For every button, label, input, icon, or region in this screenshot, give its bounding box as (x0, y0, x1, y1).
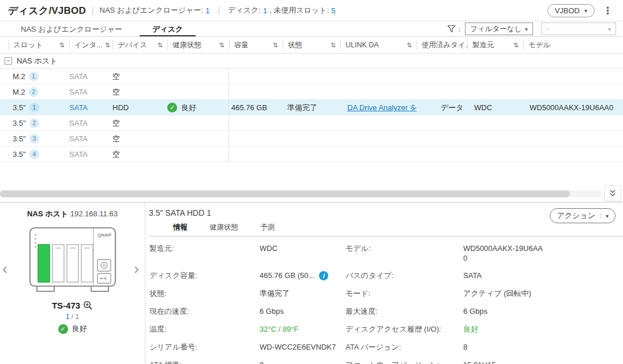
bottom-detail-panel: NAS ホスト 192.168.11.63 ‹ › (0, 202, 623, 364)
column-header-status[interactable]: 状態 ⇅ (283, 40, 340, 50)
tab-nas-and-enclosure[interactable]: NAS およびエンクロージャー (8, 21, 135, 36)
health-cell (167, 131, 229, 147)
unused-slots-count: 5 (331, 6, 335, 15)
health-check-icon: ✓ (167, 103, 177, 112)
capacity-cell (229, 84, 283, 100)
capacity-cell (229, 69, 283, 84)
group-row-nas-host[interactable]: − NAS ホスト (0, 54, 623, 69)
column-header-model[interactable]: モデル (523, 40, 623, 50)
column-label: インタ... (74, 40, 103, 50)
used-type-cell: データ (416, 100, 467, 115)
field-label-bus-type: バスのタイプ: (345, 271, 463, 281)
field-label-ata-standard: ATA 標準: (149, 360, 260, 364)
ulink-cell (340, 115, 416, 131)
chevron-down-icon: ▾ (525, 26, 528, 32)
sort-icon: ⇅ (105, 42, 110, 49)
table-row[interactable]: 3.5" 2 SATA 空 (0, 115, 623, 131)
health-label: 良好 (181, 103, 196, 113)
field-label-disk-access-history: ディスクアクセス履歴 (I/O): (345, 324, 463, 335)
field-label-serial-number: シリアル番号: (149, 342, 260, 352)
column-header-slot[interactable]: スロット ⇅ (8, 40, 69, 50)
column-header-manufacturer[interactable]: 製造元 ⇅ (467, 40, 523, 50)
nas-enclosure-label: NAS およびエンクロージャー: (100, 5, 204, 16)
zoom-in-icon[interactable] (83, 301, 93, 310)
da-drive-analyzer-link[interactable]: DA Drive Analyzer を... (347, 103, 416, 112)
column-header-health[interactable]: 健康状態 ⇅ (167, 40, 229, 50)
nas-model-name: TS-473 (52, 301, 80, 310)
field-label-manufacturer: 製造元: (149, 243, 260, 254)
nas-host-pane: NAS ホスト 192.168.11.63 ‹ › (0, 202, 145, 364)
horizontal-scrollbar[interactable] (0, 190, 601, 197)
drive-bay-2-empty (52, 245, 64, 282)
column-header-used-type[interactable]: 使用済みタイ... (416, 40, 467, 50)
qnap-brand-label: QNAP (97, 232, 112, 238)
info-icon[interactable]: i (319, 271, 328, 280)
action-button[interactable]: アクション ▾ (550, 208, 616, 223)
column-label: 製造元 (472, 40, 494, 50)
nas-enclosure-count: 1 (205, 6, 209, 15)
health-cell (167, 115, 229, 131)
manufacturer-cell: WDC (467, 100, 523, 115)
ulink-cell (340, 69, 416, 84)
column-header-device[interactable]: デバイス ⇅ (112, 40, 167, 50)
nas-device-image[interactable]: QNAP (0, 227, 145, 294)
column-header-ulink-da[interactable]: ULINK DA ⇅ (340, 40, 416, 50)
interface-cell: SATA (69, 84, 112, 100)
field-label-model: モデル: (345, 243, 463, 254)
panel-collapse-button[interactable] (604, 185, 621, 201)
drive-bay-4-empty (81, 245, 93, 282)
filter-select-value: フィルターなし (470, 24, 521, 34)
nas-model-row: TS-473 (0, 301, 145, 310)
field-label-status: 状態: (149, 288, 260, 299)
capacity-cell (229, 115, 283, 131)
unused-slots-label: , 未使用スロット: (269, 5, 329, 16)
sort-icon: ⇅ (513, 42, 519, 49)
tab-disk[interactable]: ディスク (140, 21, 196, 36)
disk-capacity-text: 465.76 GB (50... (260, 271, 314, 280)
field-value-serial-number: WD-WCC2E6EVNDK7 (260, 342, 345, 352)
filter-icon-group: : (447, 25, 460, 33)
model-cell: WD5000AAKX-19U6AA0 (523, 100, 623, 115)
vjbod-button-label: VJBOD (555, 6, 580, 15)
used-type-cell (416, 69, 467, 84)
column-header-capacity[interactable]: 容量 ⇅ (229, 40, 283, 50)
table-footer (0, 162, 623, 202)
tab-info[interactable]: 情報 (173, 223, 187, 236)
nas-host-label: NAS ホスト (27, 209, 68, 218)
ulink-cell (340, 131, 416, 147)
field-value-model: WD5000AAKX-19U6AA0 (463, 243, 544, 263)
field-value-status: 準備完了 (260, 288, 345, 298)
column-label: 容量 (234, 40, 249, 50)
filter-select[interactable]: フィルターなし ▾ (465, 22, 533, 35)
table-row-selected[interactable]: 3.5" 1 SATA HDD ✓ 良好 465.76 GB 準備完了 DA D… (0, 100, 623, 115)
disk-count-label: ディスク: (228, 5, 261, 16)
column-label: 使用済みタイ... (422, 40, 467, 50)
device-cell: HDD (112, 100, 167, 115)
scrollbar-thumb[interactable] (0, 190, 570, 197)
device-cell: 空 (112, 115, 167, 131)
column-header-interface[interactable]: インタ... ⇅ (69, 40, 112, 50)
vjbod-button[interactable]: VJBOD ▾ (547, 4, 595, 17)
collapse-expander-icon[interactable]: − (5, 57, 12, 65)
kebab-menu-icon[interactable]: ⋮ (599, 5, 616, 17)
tab-prediction[interactable]: 予測 (260, 223, 275, 236)
field-value-temperature: 32°C / 89°F (260, 324, 345, 334)
table-row[interactable]: M.2 1 SATA 空 (0, 69, 623, 84)
tab-health-status[interactable]: 健康状態 (209, 223, 238, 236)
model-cell (523, 84, 623, 100)
table-row[interactable]: 3.5" 4 SATA 空 (0, 147, 623, 162)
interface-cell: SATA (69, 115, 112, 131)
previous-enclosure-arrow[interactable]: ‹ (2, 260, 7, 277)
filter-secondary-select[interactable]: - ▾ (541, 22, 616, 35)
sort-icon: ⇅ (219, 42, 224, 49)
divider: | (92, 6, 94, 15)
next-enclosure-arrow[interactable]: › (134, 260, 139, 277)
table-row[interactable]: M.2 2 SATA 空 (0, 84, 623, 100)
manufacturer-cell (467, 147, 523, 162)
status-cell (283, 147, 340, 162)
column-label: ULINK DA (346, 41, 379, 49)
device-cell: 空 (112, 84, 167, 100)
drive-bay-1-occupied (38, 245, 50, 282)
table-row[interactable]: 3.5" 3 SATA 空 (0, 131, 623, 147)
slot-label: 3.5" (13, 103, 26, 112)
